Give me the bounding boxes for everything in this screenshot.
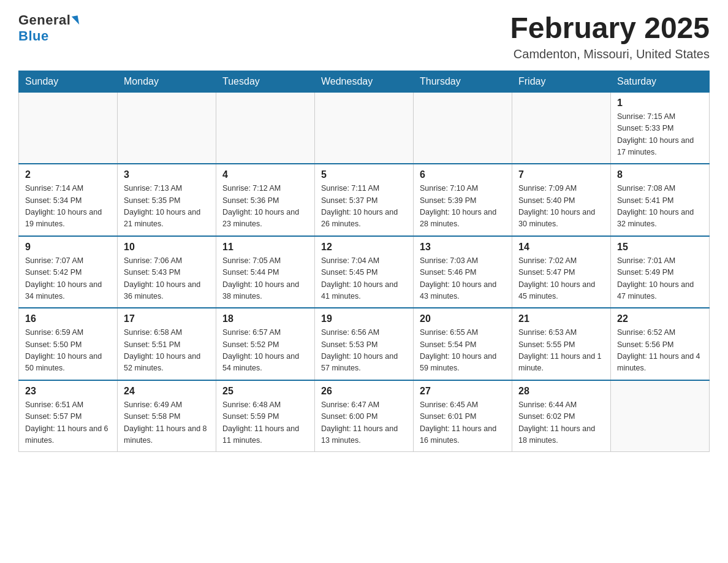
day-info: Sunrise: 7:10 AMSunset: 5:39 PMDaylight:… [420, 183, 506, 231]
day-info: Sunrise: 6:48 AMSunset: 5:59 PMDaylight:… [222, 399, 308, 447]
day-number: 13 [420, 242, 506, 253]
week-row-1: 1Sunrise: 7:15 AMSunset: 5:33 PMDaylight… [19, 92, 710, 164]
page-header: General Blue February 2025 Camdenton, Mi… [18, 12, 710, 61]
day-info: Sunrise: 7:09 AMSunset: 5:40 PMDaylight:… [518, 183, 604, 231]
calendar-title: February 2025 [510, 12, 710, 45]
calendar-table: SundayMondayTuesdayWednesdayThursdayFrid… [18, 71, 710, 453]
day-info: Sunrise: 7:13 AMSunset: 5:35 PMDaylight:… [124, 183, 210, 231]
weekday-header-wednesday: Wednesday [315, 71, 414, 92]
title-section: February 2025 Camdenton, Missouri, Unite… [510, 12, 710, 61]
calendar-cell: 22Sunrise: 6:52 AMSunset: 5:56 PMDayligh… [611, 308, 710, 380]
calendar-cell: 3Sunrise: 7:13 AMSunset: 5:35 PMDaylight… [118, 164, 216, 236]
week-row-3: 9Sunrise: 7:07 AMSunset: 5:42 PMDaylight… [19, 236, 710, 308]
calendar-cell: 17Sunrise: 6:58 AMSunset: 5:51 PMDayligh… [118, 308, 216, 380]
day-number: 6 [420, 169, 506, 180]
day-number: 14 [518, 242, 604, 253]
calendar-cell: 20Sunrise: 6:55 AMSunset: 5:54 PMDayligh… [414, 308, 512, 380]
day-number: 16 [25, 313, 111, 324]
calendar-cell: 15Sunrise: 7:01 AMSunset: 5:49 PMDayligh… [611, 236, 710, 308]
calendar-cell: 2Sunrise: 7:14 AMSunset: 5:34 PMDaylight… [19, 164, 118, 236]
day-info: Sunrise: 7:02 AMSunset: 5:47 PMDaylight:… [518, 255, 604, 303]
day-number: 9 [25, 242, 111, 253]
day-info: Sunrise: 7:06 AMSunset: 5:43 PMDaylight:… [124, 255, 210, 303]
calendar-cell: 8Sunrise: 7:08 AMSunset: 5:41 PMDaylight… [611, 164, 710, 236]
calendar-cell: 23Sunrise: 6:51 AMSunset: 5:57 PMDayligh… [19, 380, 118, 452]
day-number: 17 [124, 313, 210, 324]
day-number: 22 [617, 313, 703, 324]
day-number: 19 [321, 313, 407, 324]
calendar-cell [216, 92, 315, 164]
calendar-cell: 10Sunrise: 7:06 AMSunset: 5:43 PMDayligh… [118, 236, 216, 308]
calendar-cell: 6Sunrise: 7:10 AMSunset: 5:39 PMDaylight… [414, 164, 512, 236]
day-info: Sunrise: 6:52 AMSunset: 5:56 PMDaylight:… [617, 327, 703, 375]
calendar-cell: 9Sunrise: 7:07 AMSunset: 5:42 PMDaylight… [19, 236, 118, 308]
day-info: Sunrise: 7:03 AMSunset: 5:46 PMDaylight:… [420, 255, 506, 303]
day-info: Sunrise: 6:57 AMSunset: 5:52 PMDaylight:… [222, 327, 308, 375]
logo: General Blue [18, 12, 78, 44]
calendar-cell: 4Sunrise: 7:12 AMSunset: 5:36 PMDaylight… [216, 164, 315, 236]
day-info: Sunrise: 7:11 AMSunset: 5:37 PMDaylight:… [321, 183, 407, 231]
day-info: Sunrise: 6:49 AMSunset: 5:58 PMDaylight:… [124, 399, 210, 447]
weekday-header-tuesday: Tuesday [216, 71, 315, 92]
day-number: 1 [617, 98, 703, 109]
weekday-header-thursday: Thursday [414, 71, 512, 92]
day-info: Sunrise: 6:56 AMSunset: 5:53 PMDaylight:… [321, 327, 407, 375]
calendar-cell [512, 92, 611, 164]
week-row-5: 23Sunrise: 6:51 AMSunset: 5:57 PMDayligh… [19, 380, 710, 452]
day-info: Sunrise: 6:51 AMSunset: 5:57 PMDaylight:… [25, 399, 111, 447]
week-row-4: 16Sunrise: 6:59 AMSunset: 5:50 PMDayligh… [19, 308, 710, 380]
calendar-cell: 25Sunrise: 6:48 AMSunset: 5:59 PMDayligh… [216, 380, 315, 452]
day-info: Sunrise: 7:01 AMSunset: 5:49 PMDaylight:… [617, 255, 703, 303]
day-number: 11 [222, 242, 308, 253]
calendar-cell: 5Sunrise: 7:11 AMSunset: 5:37 PMDaylight… [315, 164, 414, 236]
day-number: 24 [124, 386, 210, 397]
calendar-cell [611, 380, 710, 452]
day-info: Sunrise: 7:12 AMSunset: 5:36 PMDaylight:… [222, 183, 308, 231]
day-number: 3 [124, 169, 210, 180]
day-number: 25 [222, 386, 308, 397]
day-number: 8 [617, 169, 703, 180]
day-info: Sunrise: 6:47 AMSunset: 6:00 PMDaylight:… [321, 399, 407, 447]
day-number: 28 [518, 386, 604, 397]
calendar-cell: 18Sunrise: 6:57 AMSunset: 5:52 PMDayligh… [216, 308, 315, 380]
day-number: 12 [321, 242, 407, 253]
calendar-cell: 7Sunrise: 7:09 AMSunset: 5:40 PMDaylight… [512, 164, 611, 236]
day-info: Sunrise: 6:53 AMSunset: 5:55 PMDaylight:… [518, 327, 604, 375]
calendar-cell: 14Sunrise: 7:02 AMSunset: 5:47 PMDayligh… [512, 236, 611, 308]
week-row-2: 2Sunrise: 7:14 AMSunset: 5:34 PMDaylight… [19, 164, 710, 236]
calendar-cell: 11Sunrise: 7:05 AMSunset: 5:44 PMDayligh… [216, 236, 315, 308]
day-info: Sunrise: 6:45 AMSunset: 6:01 PMDaylight:… [420, 399, 506, 447]
weekday-header-friday: Friday [512, 71, 611, 92]
day-info: Sunrise: 6:44 AMSunset: 6:02 PMDaylight:… [518, 399, 604, 447]
calendar-cell: 19Sunrise: 6:56 AMSunset: 5:53 PMDayligh… [315, 308, 414, 380]
weekday-header-monday: Monday [118, 71, 216, 92]
calendar-cell: 12Sunrise: 7:04 AMSunset: 5:45 PMDayligh… [315, 236, 414, 308]
day-info: Sunrise: 7:14 AMSunset: 5:34 PMDaylight:… [25, 183, 111, 231]
day-number: 15 [617, 242, 703, 253]
calendar-cell: 28Sunrise: 6:44 AMSunset: 6:02 PMDayligh… [512, 380, 611, 452]
day-number: 2 [25, 169, 111, 180]
logo-blue-text: Blue [18, 28, 49, 44]
calendar-cell: 26Sunrise: 6:47 AMSunset: 6:00 PMDayligh… [315, 380, 414, 452]
calendar-cell [315, 92, 414, 164]
day-info: Sunrise: 7:08 AMSunset: 5:41 PMDaylight:… [617, 183, 703, 231]
calendar-cell [19, 92, 118, 164]
day-number: 20 [420, 313, 506, 324]
calendar-cell: 13Sunrise: 7:03 AMSunset: 5:46 PMDayligh… [414, 236, 512, 308]
day-info: Sunrise: 7:05 AMSunset: 5:44 PMDaylight:… [222, 255, 308, 303]
day-number: 23 [25, 386, 111, 397]
day-number: 27 [420, 386, 506, 397]
logo-general-text: General [18, 12, 70, 28]
day-info: Sunrise: 7:15 AMSunset: 5:33 PMDaylight:… [617, 111, 703, 159]
calendar-cell: 16Sunrise: 6:59 AMSunset: 5:50 PMDayligh… [19, 308, 118, 380]
day-info: Sunrise: 6:58 AMSunset: 5:51 PMDaylight:… [124, 327, 210, 375]
calendar-cell: 21Sunrise: 6:53 AMSunset: 5:55 PMDayligh… [512, 308, 611, 380]
day-number: 4 [222, 169, 308, 180]
day-number: 10 [124, 242, 210, 253]
day-info: Sunrise: 7:07 AMSunset: 5:42 PMDaylight:… [25, 255, 111, 303]
calendar-subtitle: Camdenton, Missouri, United States [510, 47, 710, 61]
calendar-cell [118, 92, 216, 164]
day-number: 21 [518, 313, 604, 324]
weekday-header-sunday: Sunday [19, 71, 118, 92]
weekday-header-row: SundayMondayTuesdayWednesdayThursdayFrid… [19, 71, 710, 92]
